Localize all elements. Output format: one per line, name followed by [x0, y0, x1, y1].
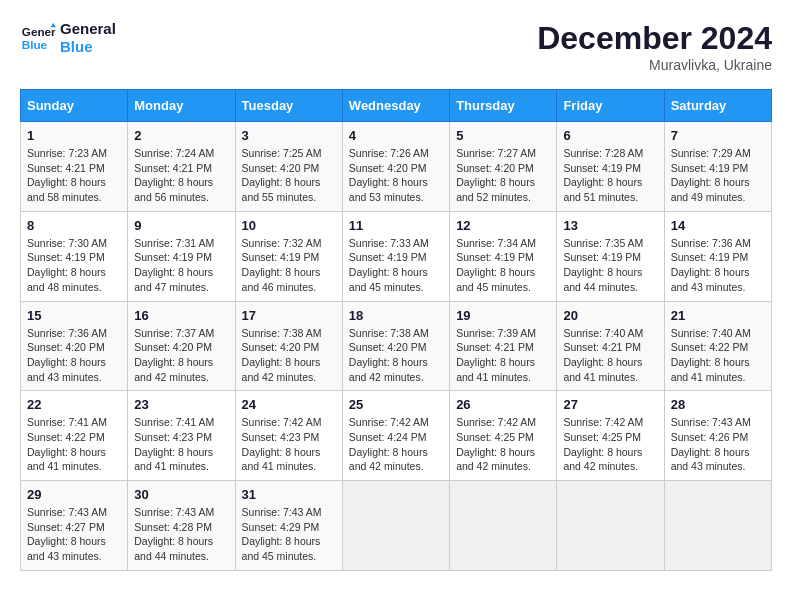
day-cell: 7Sunrise: 7:29 AMSunset: 4:19 PMDaylight…	[664, 122, 771, 212]
day-detail: Sunrise: 7:42 AMSunset: 4:25 PMDaylight:…	[456, 415, 550, 474]
day-cell: 11Sunrise: 7:33 AMSunset: 4:19 PMDayligh…	[342, 211, 449, 301]
day-detail: Sunrise: 7:25 AMSunset: 4:20 PMDaylight:…	[242, 146, 336, 205]
weekday-friday: Friday	[557, 90, 664, 122]
day-cell: 22Sunrise: 7:41 AMSunset: 4:22 PMDayligh…	[21, 391, 128, 481]
day-cell: 15Sunrise: 7:36 AMSunset: 4:20 PMDayligh…	[21, 301, 128, 391]
day-cell: 3Sunrise: 7:25 AMSunset: 4:20 PMDaylight…	[235, 122, 342, 212]
day-number: 23	[134, 397, 228, 412]
day-number: 8	[27, 218, 121, 233]
day-cell	[557, 481, 664, 571]
day-cell: 4Sunrise: 7:26 AMSunset: 4:20 PMDaylight…	[342, 122, 449, 212]
day-detail: Sunrise: 7:40 AMSunset: 4:22 PMDaylight:…	[671, 326, 765, 385]
day-cell: 5Sunrise: 7:27 AMSunset: 4:20 PMDaylight…	[450, 122, 557, 212]
day-number: 14	[671, 218, 765, 233]
page-header: General Blue General Blue December 2024 …	[20, 20, 772, 73]
day-detail: Sunrise: 7:41 AMSunset: 4:22 PMDaylight:…	[27, 415, 121, 474]
day-number: 27	[563, 397, 657, 412]
day-number: 6	[563, 128, 657, 143]
weekday-sunday: Sunday	[21, 90, 128, 122]
day-detail: Sunrise: 7:42 AMSunset: 4:23 PMDaylight:…	[242, 415, 336, 474]
day-detail: Sunrise: 7:40 AMSunset: 4:21 PMDaylight:…	[563, 326, 657, 385]
day-detail: Sunrise: 7:28 AMSunset: 4:19 PMDaylight:…	[563, 146, 657, 205]
day-detail: Sunrise: 7:42 AMSunset: 4:25 PMDaylight:…	[563, 415, 657, 474]
week-row-2: 8Sunrise: 7:30 AMSunset: 4:19 PMDaylight…	[21, 211, 772, 301]
day-cell: 1Sunrise: 7:23 AMSunset: 4:21 PMDaylight…	[21, 122, 128, 212]
day-cell: 29Sunrise: 7:43 AMSunset: 4:27 PMDayligh…	[21, 481, 128, 571]
week-row-4: 22Sunrise: 7:41 AMSunset: 4:22 PMDayligh…	[21, 391, 772, 481]
day-detail: Sunrise: 7:31 AMSunset: 4:19 PMDaylight:…	[134, 236, 228, 295]
day-detail: Sunrise: 7:43 AMSunset: 4:29 PMDaylight:…	[242, 505, 336, 564]
day-detail: Sunrise: 7:38 AMSunset: 4:20 PMDaylight:…	[349, 326, 443, 385]
day-cell: 13Sunrise: 7:35 AMSunset: 4:19 PMDayligh…	[557, 211, 664, 301]
day-number: 16	[134, 308, 228, 323]
day-detail: Sunrise: 7:32 AMSunset: 4:19 PMDaylight:…	[242, 236, 336, 295]
day-cell: 21Sunrise: 7:40 AMSunset: 4:22 PMDayligh…	[664, 301, 771, 391]
day-number: 25	[349, 397, 443, 412]
day-cell: 28Sunrise: 7:43 AMSunset: 4:26 PMDayligh…	[664, 391, 771, 481]
day-cell: 16Sunrise: 7:37 AMSunset: 4:20 PMDayligh…	[128, 301, 235, 391]
day-detail: Sunrise: 7:38 AMSunset: 4:20 PMDaylight:…	[242, 326, 336, 385]
day-cell: 19Sunrise: 7:39 AMSunset: 4:21 PMDayligh…	[450, 301, 557, 391]
day-number: 31	[242, 487, 336, 502]
day-detail: Sunrise: 7:29 AMSunset: 4:19 PMDaylight:…	[671, 146, 765, 205]
week-row-5: 29Sunrise: 7:43 AMSunset: 4:27 PMDayligh…	[21, 481, 772, 571]
weekday-monday: Monday	[128, 90, 235, 122]
day-number: 7	[671, 128, 765, 143]
day-cell: 31Sunrise: 7:43 AMSunset: 4:29 PMDayligh…	[235, 481, 342, 571]
week-row-1: 1Sunrise: 7:23 AMSunset: 4:21 PMDaylight…	[21, 122, 772, 212]
day-cell: 23Sunrise: 7:41 AMSunset: 4:23 PMDayligh…	[128, 391, 235, 481]
day-number: 22	[27, 397, 121, 412]
day-cell: 26Sunrise: 7:42 AMSunset: 4:25 PMDayligh…	[450, 391, 557, 481]
weekday-tuesday: Tuesday	[235, 90, 342, 122]
weekday-header-row: SundayMondayTuesdayWednesdayThursdayFrid…	[21, 90, 772, 122]
day-number: 13	[563, 218, 657, 233]
calendar-table: SundayMondayTuesdayWednesdayThursdayFrid…	[20, 89, 772, 571]
day-cell: 27Sunrise: 7:42 AMSunset: 4:25 PMDayligh…	[557, 391, 664, 481]
logo-text-general: General	[60, 20, 116, 38]
day-detail: Sunrise: 7:43 AMSunset: 4:26 PMDaylight:…	[671, 415, 765, 474]
day-number: 5	[456, 128, 550, 143]
day-detail: Sunrise: 7:27 AMSunset: 4:20 PMDaylight:…	[456, 146, 550, 205]
day-number: 10	[242, 218, 336, 233]
day-number: 2	[134, 128, 228, 143]
day-detail: Sunrise: 7:36 AMSunset: 4:20 PMDaylight:…	[27, 326, 121, 385]
day-detail: Sunrise: 7:43 AMSunset: 4:28 PMDaylight:…	[134, 505, 228, 564]
day-number: 3	[242, 128, 336, 143]
day-detail: Sunrise: 7:39 AMSunset: 4:21 PMDaylight:…	[456, 326, 550, 385]
day-number: 15	[27, 308, 121, 323]
week-row-3: 15Sunrise: 7:36 AMSunset: 4:20 PMDayligh…	[21, 301, 772, 391]
day-number: 12	[456, 218, 550, 233]
weekday-thursday: Thursday	[450, 90, 557, 122]
day-detail: Sunrise: 7:36 AMSunset: 4:19 PMDaylight:…	[671, 236, 765, 295]
day-cell: 10Sunrise: 7:32 AMSunset: 4:19 PMDayligh…	[235, 211, 342, 301]
logo-text-blue: Blue	[60, 38, 116, 56]
day-detail: Sunrise: 7:43 AMSunset: 4:27 PMDaylight:…	[27, 505, 121, 564]
logo-icon: General Blue	[20, 20, 56, 56]
day-cell	[342, 481, 449, 571]
day-cell	[664, 481, 771, 571]
day-cell: 2Sunrise: 7:24 AMSunset: 4:21 PMDaylight…	[128, 122, 235, 212]
weekday-saturday: Saturday	[664, 90, 771, 122]
day-cell: 17Sunrise: 7:38 AMSunset: 4:20 PMDayligh…	[235, 301, 342, 391]
day-detail: Sunrise: 7:37 AMSunset: 4:20 PMDaylight:…	[134, 326, 228, 385]
day-cell: 25Sunrise: 7:42 AMSunset: 4:24 PMDayligh…	[342, 391, 449, 481]
day-cell: 6Sunrise: 7:28 AMSunset: 4:19 PMDaylight…	[557, 122, 664, 212]
month-title: December 2024	[537, 20, 772, 57]
day-cell: 30Sunrise: 7:43 AMSunset: 4:28 PMDayligh…	[128, 481, 235, 571]
day-number: 30	[134, 487, 228, 502]
svg-text:Blue: Blue	[22, 38, 48, 51]
day-cell	[450, 481, 557, 571]
day-number: 18	[349, 308, 443, 323]
day-cell: 20Sunrise: 7:40 AMSunset: 4:21 PMDayligh…	[557, 301, 664, 391]
day-cell: 8Sunrise: 7:30 AMSunset: 4:19 PMDaylight…	[21, 211, 128, 301]
day-cell: 14Sunrise: 7:36 AMSunset: 4:19 PMDayligh…	[664, 211, 771, 301]
day-number: 29	[27, 487, 121, 502]
day-detail: Sunrise: 7:30 AMSunset: 4:19 PMDaylight:…	[27, 236, 121, 295]
weekday-wednesday: Wednesday	[342, 90, 449, 122]
day-number: 9	[134, 218, 228, 233]
day-number: 20	[563, 308, 657, 323]
day-detail: Sunrise: 7:34 AMSunset: 4:19 PMDaylight:…	[456, 236, 550, 295]
day-number: 24	[242, 397, 336, 412]
day-number: 4	[349, 128, 443, 143]
day-number: 28	[671, 397, 765, 412]
